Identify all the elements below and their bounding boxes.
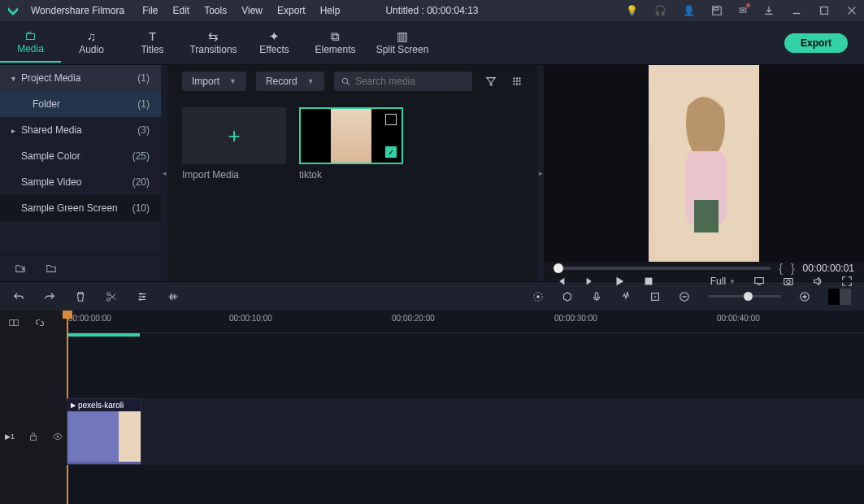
sidebar-item-sample-video[interactable]: Sample Video(20)	[0, 169, 161, 195]
play-icon[interactable]	[614, 276, 625, 287]
grid-view-icon[interactable]	[511, 76, 523, 87]
undo-icon[interactable]	[13, 291, 24, 302]
minimize-icon[interactable]	[791, 5, 802, 16]
panel-collapse-left[interactable]: ◂	[161, 65, 167, 281]
mixer-icon[interactable]	[620, 291, 632, 302]
clip-play-icon: ▶	[71, 402, 76, 409]
mark-in-icon[interactable]: {	[779, 262, 783, 275]
sidebar-item-folder[interactable]: Folder(1)	[0, 91, 161, 117]
delete-icon[interactable]	[75, 291, 86, 302]
media-tile-tiktok[interactable]: ✓ tiktok	[299, 107, 403, 180]
split-icon[interactable]	[106, 291, 117, 302]
svg-point-8	[513, 83, 514, 85]
zoom-slider[interactable]	[708, 295, 781, 298]
save-icon[interactable]	[711, 5, 723, 16]
svg-rect-26	[595, 292, 598, 298]
svg-rect-14	[694, 200, 719, 232]
mark-out-icon[interactable]: }	[791, 262, 795, 275]
maximize-icon[interactable]	[818, 5, 830, 16]
svg-point-9	[516, 83, 518, 85]
svg-point-20	[107, 298, 111, 301]
svg-point-5	[513, 80, 514, 82]
download-icon[interactable]	[763, 5, 775, 16]
import-dropdown[interactable]: Import▼	[182, 72, 246, 91]
sidebar-item-shared-media[interactable]: ▸Shared Media(3)	[0, 117, 161, 143]
fullscreen-icon[interactable]	[841, 276, 853, 287]
voiceover-icon[interactable]	[591, 291, 602, 302]
quality-dropdown[interactable]: Full▼	[710, 276, 736, 287]
scrubber-handle[interactable]	[554, 263, 563, 273]
account-icon[interactable]: 👤	[683, 5, 695, 16]
sidebar-item-sample-color[interactable]: Sample Color(25)	[0, 143, 161, 169]
app-logo	[7, 4, 20, 17]
svg-point-23	[139, 298, 141, 301]
media-tile-import[interactable]: + Import Media	[182, 107, 286, 180]
timeline-ruler[interactable]: 00:00:00:00 00:00:10:00 00:00:20:00 00:0…	[67, 311, 864, 333]
close-icon[interactable]	[846, 5, 857, 16]
export-button[interactable]: Export	[784, 33, 848, 53]
new-folder-icon[interactable]	[15, 263, 26, 274]
svg-point-4	[519, 77, 520, 79]
svg-point-21	[140, 293, 142, 295]
redo-icon[interactable]	[44, 291, 55, 302]
timeline-clip[interactable]: ▶pexels-karoli	[67, 398, 141, 465]
lightbulb-icon[interactable]: 💡	[626, 5, 638, 16]
snapshot-icon[interactable]	[783, 276, 794, 287]
view-toggle[interactable]	[828, 289, 851, 305]
crop-icon[interactable]	[649, 291, 661, 302]
audio-wave-icon[interactable]	[167, 291, 179, 302]
tab-transitions[interactable]: ⇆Transitions	[183, 24, 244, 62]
menu-tools[interactable]: Tools	[204, 5, 227, 16]
track-play-icon[interactable]: ▶1	[5, 432, 15, 441]
menu-view[interactable]: View	[241, 5, 263, 16]
link-icon[interactable]	[34, 317, 46, 328]
menu-edit[interactable]: Edit	[173, 5, 190, 16]
svg-point-25	[536, 295, 540, 298]
svg-rect-33	[31, 436, 37, 440]
panel-collapse-right[interactable]: ▸	[537, 65, 544, 281]
svg-point-3	[516, 77, 518, 79]
sidebar-item-project-media[interactable]: ▾Project Media(1)	[0, 65, 161, 91]
search-input[interactable]	[334, 72, 472, 91]
tab-effects[interactable]: ✦Effects	[244, 24, 305, 62]
svg-point-10	[519, 83, 520, 85]
folder-icon[interactable]	[46, 263, 57, 274]
prev-frame-icon[interactable]	[555, 276, 567, 287]
zoom-slider-handle[interactable]	[744, 292, 753, 301]
zoom-out-icon[interactable]	[679, 291, 690, 302]
tab-titles[interactable]: TTitles	[122, 24, 183, 62]
tab-audio[interactable]: ♫Audio	[61, 24, 122, 62]
zoom-in-icon[interactable]	[799, 291, 810, 302]
mail-icon[interactable]: ✉	[739, 5, 747, 16]
adjust-icon[interactable]	[137, 291, 148, 302]
eye-icon[interactable]	[52, 431, 63, 442]
search-icon	[341, 76, 350, 87]
display-icon[interactable]	[753, 276, 765, 287]
headphones-icon[interactable]: 🎧	[654, 5, 666, 16]
sidebar-item-sample-green[interactable]: Sample Green Screen(10)	[0, 195, 161, 221]
marker-icon[interactable]	[562, 291, 573, 302]
svg-rect-15	[645, 278, 653, 285]
stop-icon[interactable]	[643, 276, 654, 287]
render-icon[interactable]	[532, 291, 544, 302]
filter-icon[interactable]	[485, 76, 497, 87]
menu-export[interactable]: Export	[277, 5, 306, 16]
svg-point-22	[142, 295, 145, 298]
tab-split-screen[interactable]: ▥Split Screen	[366, 24, 439, 62]
tab-elements[interactable]: ⧉Elements	[305, 24, 366, 62]
scrubber[interactable]	[554, 267, 771, 270]
volume-icon[interactable]	[812, 276, 823, 287]
svg-point-28	[654, 296, 656, 298]
tab-media[interactable]: 🗀Media	[0, 24, 61, 63]
lock-icon[interactable]	[28, 431, 39, 442]
menu-help[interactable]: Help	[320, 5, 341, 16]
svg-rect-0	[821, 7, 828, 15]
record-dropdown[interactable]: Record▼	[256, 72, 324, 91]
menu-file[interactable]: File	[142, 5, 158, 16]
match-icon[interactable]	[8, 317, 20, 328]
filmstrip-icon	[385, 114, 397, 125]
svg-point-6	[516, 80, 518, 82]
next-frame-icon[interactable]	[584, 276, 596, 287]
video-track[interactable]: ▶pexels-karoli	[67, 398, 864, 465]
svg-rect-17	[784, 279, 793, 285]
